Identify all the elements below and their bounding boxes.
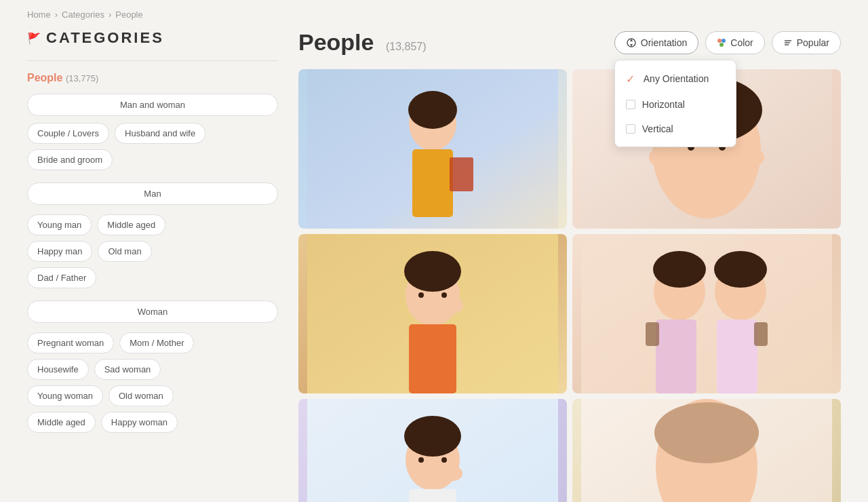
svg-point-30	[653, 251, 706, 288]
man-tags-row1: Young man Middle aged	[27, 214, 278, 235]
pregnant-woman-button[interactable]: Pregnant woman	[27, 332, 114, 353]
page-title: People (13,857)	[298, 29, 427, 56]
check-icon: ✓	[626, 73, 637, 85]
couple-tags-row2: Bride and groom	[27, 149, 278, 170]
middle-aged-woman-button[interactable]: Middle aged	[27, 412, 96, 433]
svg-rect-9	[412, 149, 453, 217]
man-tags-row2: Happy man Old man	[27, 241, 278, 262]
svg-point-27	[443, 297, 463, 313]
orientation-button[interactable]: Orientation	[614, 31, 698, 54]
middle-aged-man-button[interactable]: Middle aged	[97, 214, 165, 235]
color-button[interactable]: Color	[705, 31, 764, 54]
vertical-option[interactable]: Vertical	[615, 117, 736, 141]
svg-point-19	[649, 147, 676, 168]
sidebar: 🚩 CATEGORIES People (13,775) Man and wom…	[27, 29, 278, 502]
woman-tags-row2: Housewife Sad woman	[27, 359, 278, 380]
result-count: (13,857)	[386, 41, 427, 52]
popular-button[interactable]: Popular	[772, 31, 841, 54]
woman-tags-row4: Middle aged Happy woman	[27, 412, 278, 433]
breadcrumb-categories[interactable]: Categories	[62, 9, 104, 20]
svg-rect-24	[409, 324, 456, 393]
svg-point-46	[654, 402, 759, 463]
svg-rect-36	[754, 322, 768, 346]
checkbox-empty-vertical	[626, 124, 635, 134]
housewife-button[interactable]: Housewife	[27, 359, 89, 380]
husband-wife-button[interactable]: Husband and wife	[115, 123, 205, 144]
dad-father-button[interactable]: Dad / Father	[27, 267, 96, 288]
main-content: People (13,857) Orientation	[298, 29, 841, 502]
svg-point-43	[443, 466, 462, 481]
image-card-3[interactable]	[298, 234, 567, 393]
svg-point-20	[737, 147, 764, 168]
image-6	[572, 399, 841, 502]
svg-rect-13	[450, 157, 473, 191]
checkbox-empty-horizontal	[626, 100, 635, 109]
happy-man-button[interactable]: Happy man	[27, 241, 92, 262]
color-icon	[717, 38, 726, 47]
old-woman-button[interactable]: Old woman	[108, 385, 174, 406]
image-card-5[interactable]	[298, 399, 567, 502]
svg-point-25	[418, 292, 424, 298]
breadcrumb: Home › Categories › People	[0, 0, 868, 29]
image-4	[572, 234, 841, 393]
horizontal-option[interactable]: Horizontal	[615, 92, 736, 117]
woman-tags-row3: Young woman Old woman	[27, 385, 278, 406]
man-and-woman-button[interactable]: Man and woman	[27, 94, 278, 116]
image-5	[298, 399, 567, 502]
svg-rect-34	[717, 320, 757, 393]
people-category-label: People (13,775)	[27, 72, 278, 84]
svg-point-41	[418, 457, 424, 463]
sidebar-header: 🚩 CATEGORIES	[27, 29, 278, 47]
sad-woman-button[interactable]: Sad woman	[94, 359, 161, 380]
couple-tags-row1: Couple / Lovers Husband and wife	[27, 123, 278, 144]
young-woman-button[interactable]: Young woman	[27, 385, 103, 406]
sidebar-divider	[27, 60, 278, 61]
flag-icon: 🚩	[27, 32, 41, 45]
svg-point-26	[441, 292, 447, 298]
svg-point-42	[441, 457, 447, 463]
breadcrumb-home[interactable]: Home	[27, 9, 51, 20]
old-man-button[interactable]: Old man	[98, 241, 151, 262]
breadcrumb-people: People	[115, 9, 142, 20]
mom-mother-button[interactable]: Mom / Mother	[119, 332, 194, 353]
image-3	[298, 234, 567, 393]
image-1	[298, 69, 567, 229]
woman-section-divider: Woman	[27, 301, 278, 323]
breadcrumb-sep1: ›	[55, 9, 58, 20]
couple-lovers-button[interactable]: Couple / Lovers	[27, 123, 109, 144]
svg-rect-40	[409, 489, 456, 502]
happy-woman-button[interactable]: Happy woman	[101, 412, 178, 433]
young-man-button[interactable]: Young man	[27, 214, 92, 235]
breadcrumb-sep2: ›	[108, 9, 111, 20]
horizontal-label: Horizontal	[642, 99, 685, 110]
sidebar-title: CATEGORIES	[46, 29, 164, 47]
man-tags-row3: Dad / Father	[27, 267, 278, 288]
vertical-label: Vertical	[642, 123, 673, 134]
main-header: People (13,857) Orientation	[298, 29, 841, 56]
orientation-dropdown-wrapper: Orientation ✓ Any Orientation Horizontal	[614, 31, 698, 54]
orientation-icon	[626, 37, 637, 48]
image-card-1[interactable]	[298, 69, 567, 229]
sort-icon	[783, 38, 793, 47]
svg-point-39	[404, 416, 461, 457]
woman-section-label: Woman	[27, 301, 278, 323]
svg-rect-28	[581, 234, 832, 393]
orientation-dropdown-menu: ✓ Any Orientation Horizontal Vertical	[614, 60, 736, 147]
bride-groom-button[interactable]: Bride and groom	[27, 149, 113, 170]
svg-point-1	[717, 39, 722, 43]
image-card-6[interactable]	[572, 399, 841, 502]
any-orientation-option[interactable]: ✓ Any Orientation	[615, 66, 736, 92]
man-section-divider: Man	[27, 182, 278, 205]
svg-point-2	[722, 39, 726, 43]
woman-tags-row1: Pregnant woman Mom / Mother	[27, 332, 278, 353]
svg-point-32	[714, 251, 767, 288]
svg-point-12	[439, 121, 443, 125]
man-section-label: Man	[27, 182, 278, 205]
any-orientation-label: Any Orientation	[644, 73, 709, 84]
image-card-4[interactable]	[572, 234, 841, 393]
svg-point-11	[422, 121, 427, 125]
svg-point-10	[408, 91, 457, 129]
toolbar: Orientation ✓ Any Orientation Horizontal	[614, 31, 841, 54]
svg-rect-35	[646, 322, 659, 346]
svg-point-23	[404, 251, 461, 292]
